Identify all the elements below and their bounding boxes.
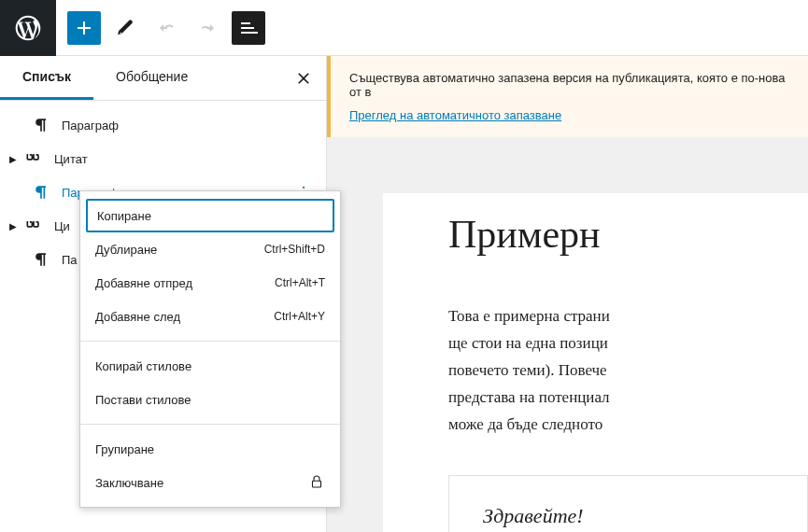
editor-body: Примерн Това е примерна странище стои на… bbox=[327, 137, 808, 532]
notice-text: Съществува автоматично запазена версия н… bbox=[349, 71, 789, 99]
paragraph-icon bbox=[30, 181, 52, 203]
block-label: Цитат bbox=[54, 152, 315, 166]
editor-content: Съществува автоматично запазена версия н… bbox=[327, 56, 808, 532]
sidebar-tabs: Списък Обобщение bbox=[0, 56, 326, 101]
sidebar: Списък Обобщение Параграф ▶ Цитат Парагр… bbox=[0, 56, 327, 532]
tab-summary[interactable]: Обобщение bbox=[93, 56, 210, 100]
menu-separator bbox=[80, 424, 340, 425]
menu-group[interactable]: Групиране bbox=[80, 432, 340, 466]
menu-insert-before[interactable]: Добавяне отпредCtrl+Alt+T bbox=[80, 266, 340, 300]
quote-block[interactable]: Здравейте!за актьор bbox=[448, 475, 808, 532]
notice-link[interactable]: Преглед на автоматичното запазване bbox=[349, 108, 561, 122]
block-options-menu: Копиране ДублиранеCtrl+Shift+D Добавяне … bbox=[79, 190, 341, 508]
chevron-right-icon[interactable]: ▶ bbox=[4, 221, 22, 231]
page-title[interactable]: Примерн bbox=[448, 212, 808, 257]
list-view-button[interactable] bbox=[232, 11, 265, 45]
menu-copy-styles[interactable]: Копирай стилове bbox=[80, 349, 340, 383]
paragraph-icon bbox=[30, 248, 52, 271]
svg-point-0 bbox=[303, 187, 305, 189]
undo-button bbox=[149, 11, 183, 45]
toolbar-buttons bbox=[56, 11, 276, 45]
top-toolbar bbox=[0, 0, 808, 56]
close-sidebar-button[interactable] bbox=[281, 56, 326, 100]
quote-text[interactable]: Здравейте!за актьор bbox=[483, 504, 773, 532]
add-block-button[interactable] bbox=[67, 11, 101, 45]
autosave-notice: Съществува автоматично запазена версия н… bbox=[327, 56, 808, 137]
editor-canvas[interactable]: Примерн Това е примерна странище стои на… bbox=[383, 193, 808, 532]
menu-separator bbox=[80, 341, 340, 342]
wordpress-logo[interactable] bbox=[0, 0, 56, 56]
block-list: Параграф ▶ Цитат Параграф ▶ Ци Па bbox=[0, 101, 326, 284]
quote-icon bbox=[22, 215, 45, 237]
menu-paste-styles[interactable]: Постави стилове bbox=[80, 383, 340, 416]
lock-icon bbox=[308, 473, 325, 493]
chevron-right-icon[interactable]: ▶ bbox=[4, 154, 22, 164]
edit-mode-button[interactable] bbox=[108, 11, 142, 45]
list-item-paragraph[interactable]: Параграф bbox=[0, 108, 326, 142]
menu-copy[interactable]: Копиране bbox=[86, 199, 334, 232]
list-item-quote[interactable]: ▶ Цитат bbox=[0, 142, 326, 175]
menu-lock[interactable]: Заключване bbox=[80, 466, 340, 499]
paragraph-icon bbox=[30, 114, 52, 136]
tab-list[interactable]: Списък bbox=[0, 56, 93, 100]
quote-icon bbox=[22, 147, 45, 170]
menu-insert-after[interactable]: Добавяне следCtrl+Alt+Y bbox=[80, 300, 340, 333]
main-area: Списък Обобщение Параграф ▶ Цитат Парагр… bbox=[0, 56, 808, 532]
page-paragraph[interactable]: Това е примерна странище стои на една по… bbox=[448, 303, 808, 438]
redo-button bbox=[191, 11, 224, 45]
svg-rect-3 bbox=[313, 481, 321, 487]
block-label: Параграф bbox=[62, 119, 315, 133]
menu-duplicate[interactable]: ДублиранеCtrl+Shift+D bbox=[80, 232, 340, 266]
